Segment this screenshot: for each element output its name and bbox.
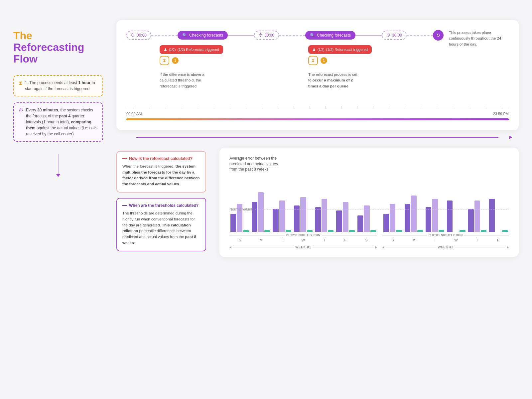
- bar-group-f2: [488, 199, 509, 232]
- bar-teal-t1: [286, 230, 291, 232]
- week1-label: WEEK #1: [295, 245, 311, 249]
- arrow-line: [58, 154, 59, 174]
- clock-icon-2: ⏱: [259, 33, 263, 38]
- tick: [397, 106, 413, 109]
- bar-purple-f1: [336, 210, 342, 232]
- bar-group-w2: [446, 200, 466, 232]
- faq-box-2: When are the thresholds calculated? The …: [116, 198, 206, 251]
- nightly-line-left: [229, 235, 285, 235]
- x-label-f2: F: [488, 238, 509, 242]
- chart-bars: [229, 179, 509, 232]
- tick: [206, 106, 222, 109]
- nightly-label-1: NIGHTLY RUN: [299, 233, 321, 237]
- normal-values-line: [255, 209, 509, 209]
- flow-card: ⏱ 30:00 🔍 Checking forecasts: [116, 20, 519, 130]
- bar-purple-w2: [447, 200, 453, 232]
- time-start-label: 00:00 AM: [126, 112, 142, 116]
- faq-dash-1: [122, 158, 127, 159]
- x-label-t1: T: [272, 238, 293, 242]
- title-reforecasting: Reforecasting: [13, 41, 84, 53]
- x-separator: [378, 238, 382, 242]
- bar-purple-s3: [383, 214, 389, 232]
- faq-title-1: How is the reforecast calculated?: [122, 156, 200, 161]
- search-icon-1: 🔍: [182, 33, 187, 38]
- section-divider: [116, 137, 519, 138]
- tick: [142, 106, 158, 109]
- check-badge-2: 🔍 Checking forecasts: [305, 31, 355, 40]
- bar-teal-w1: [307, 230, 313, 232]
- week2-line: [386, 247, 436, 247]
- week1-line2: [313, 247, 374, 247]
- trigger-badge-2: ♟ (1/2) (1/2) Reforecast triggered: [308, 45, 372, 54]
- title-flow: Flow: [13, 53, 38, 65]
- tick: [302, 106, 318, 109]
- number-badge-2: 1: [321, 57, 327, 64]
- x-label-w2: W: [446, 238, 466, 242]
- bar-group-t1: [272, 200, 292, 232]
- faq-title-2: When are the thresholds calculated?: [122, 203, 200, 208]
- tick: [365, 106, 381, 109]
- section-arrow: [13, 148, 103, 184]
- nightly-line-left2: [382, 235, 427, 235]
- nightly-separator: [378, 233, 382, 237]
- week1-arrow-right: [375, 246, 377, 249]
- nightly-time-2: ⏱ 00:00: [428, 233, 440, 237]
- tick: [158, 106, 174, 109]
- person-icon-2: ♟: [312, 47, 316, 52]
- bar-light-m2: [411, 196, 417, 232]
- person-icon-1: ♟: [164, 47, 167, 52]
- time-end-label: 23:59 PM: [493, 112, 509, 116]
- x-label-t4: T: [466, 238, 487, 242]
- bar-purple-t4: [468, 209, 474, 232]
- week2-label: WEEK #2: [438, 245, 453, 249]
- x-label-w1: W: [293, 238, 314, 242]
- bar-teal-t3: [439, 230, 444, 232]
- clock-info-box: ⏱ Every 30 minutes, the system checks th…: [13, 102, 103, 142]
- timer-badge-1: ⏱ 30:00: [126, 31, 151, 40]
- bar-teal-w2: [460, 230, 465, 232]
- bar-teal-f2: [502, 230, 508, 232]
- tick: [349, 106, 365, 109]
- nightly-time-1: ⏱ 00:00: [286, 233, 297, 237]
- x-label-s1: S: [229, 238, 250, 242]
- bar-light-f1: [343, 202, 348, 232]
- nightly-run-rows: ⏱ 00:00 NIGHTLY RUN ⏱ 00:00 NIGHTLY RUN: [229, 233, 509, 237]
- bar-teal-m1: [264, 230, 270, 232]
- week1-line: [233, 247, 294, 247]
- tick: [429, 106, 445, 109]
- bar-light-m1: [258, 192, 264, 232]
- bottom-section: How is the reforecast calculated? When t…: [116, 148, 519, 257]
- annotation-2: The reforecast process is set to occur a…: [308, 72, 361, 89]
- tick: [493, 106, 509, 109]
- tick: [238, 106, 254, 109]
- tick: [477, 106, 493, 109]
- tick: [190, 106, 206, 109]
- bar-teal-s2: [370, 230, 376, 232]
- tick: [126, 106, 142, 109]
- normal-values-label: Normal values: [229, 207, 253, 211]
- annotation-1: If the difference is above a calculated …: [160, 72, 213, 89]
- timeline-labels: 00:00 AM 23:59 PM: [126, 112, 509, 116]
- tick: [254, 106, 270, 109]
- right-panel: ⏱ 30:00 🔍 Checking forecasts: [116, 20, 519, 257]
- chart-label: Average error between the predicted and …: [229, 156, 296, 172]
- gradient-bar: [126, 118, 509, 120]
- bar-light-t3: [432, 199, 438, 232]
- nightly-line-right2: [464, 235, 509, 235]
- x-label-s2: S: [356, 238, 377, 242]
- arrow-down-icon: [56, 174, 60, 177]
- bar-group-m2: [404, 196, 424, 232]
- week-label-row: WEEK #1 WEEK #2: [229, 245, 509, 249]
- clock-info-text: Every 30 minutes, the system checks the …: [26, 107, 98, 137]
- timer-badge-3: ⏱ 30:00: [382, 31, 407, 40]
- number-badge-1: 1: [172, 57, 179, 64]
- nightly-run-week2: ⏱ 00:00 NIGHTLY RUN: [382, 233, 509, 237]
- week1-arrow-area: WEEK #1: [229, 245, 377, 249]
- tick: [445, 106, 461, 109]
- faq-dash-2: [122, 205, 127, 206]
- tick: [174, 106, 190, 109]
- hourglass-icon: ⧗: [19, 80, 22, 86]
- side-note: This process takes place continuously th…: [449, 30, 509, 47]
- tick: [222, 106, 238, 109]
- week2-arrow-left: [382, 246, 384, 249]
